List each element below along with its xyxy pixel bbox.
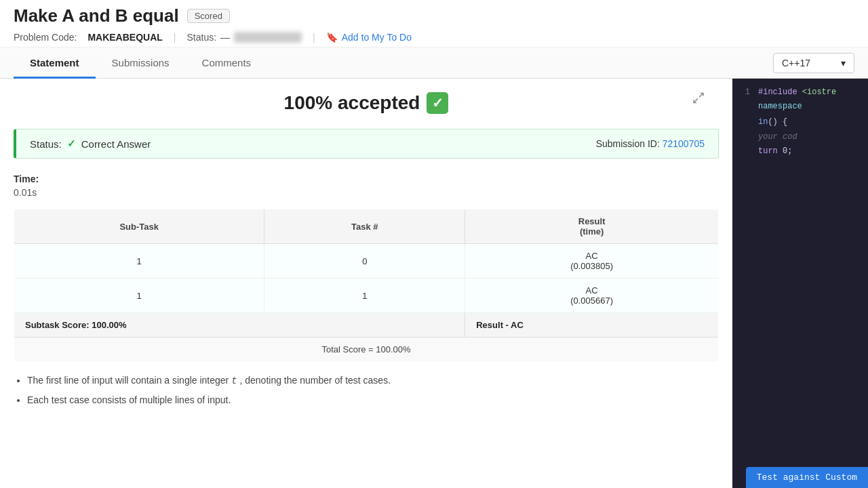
code-editor[interactable]: 1 #include <iostre namespace in() {	[732, 79, 868, 165]
accepted-banner: 100% accepted ✓	[14, 79, 719, 121]
accepted-text: 100% accepted	[284, 92, 420, 114]
separator2: |	[313, 32, 315, 43]
bullet-section: The first line of input will contain a s…	[14, 362, 719, 408]
meta-row: Problem Code: MAKEABEQUAL | Status: — | …	[14, 32, 854, 43]
footer-row: Subtask Score: 100.00% Result - AC	[14, 313, 719, 338]
expand-icon[interactable]	[692, 92, 705, 108]
total-row: Total Score = 100.00%	[14, 338, 719, 362]
status-value: Correct Answer	[81, 138, 151, 150]
subtask-score: Subtask Score: 100.00%	[14, 313, 465, 338]
cell-task-1: 1	[264, 279, 465, 313]
title-row: Make A and B equal Scored	[14, 5, 854, 26]
cell-subtask-2: 1	[14, 279, 264, 313]
total-score: Total Score = 100.00%	[14, 338, 719, 362]
code-content: in() {	[758, 116, 787, 129]
language-value: C++17	[782, 58, 810, 68]
status-blurred-value	[234, 32, 302, 43]
check-green-icon: ✓	[67, 138, 76, 150]
cell-subtask-1: 1	[14, 244, 264, 279]
status-label-box: Status:	[30, 138, 62, 150]
results-table: Sub-Task Task # Result(time) 1 0 AC (0.0…	[14, 209, 719, 362]
cell-task-0: 0	[264, 244, 465, 279]
line-number	[739, 116, 750, 129]
svg-line-0	[699, 94, 703, 98]
tab-submissions[interactable]: Submissions	[96, 47, 186, 79]
code-line-2: namespace	[732, 100, 868, 114]
code-line-1: 1 #include <iostre	[732, 85, 868, 100]
add-todo-link[interactable]: 🔖 Add to My To Do	[326, 32, 412, 43]
time-label: Time:	[14, 174, 719, 184]
time-value: 0.01s	[14, 187, 719, 198]
top-bar: Make A and B equal Scored Problem Code: …	[0, 0, 868, 47]
code-content: #include <iostre	[758, 86, 836, 99]
status-left: Status: ✓ Correct Answer	[30, 138, 151, 150]
status-label-text: Status: —	[186, 32, 302, 43]
submission-id-section: Submission ID: 72100705	[596, 138, 705, 149]
code-content: turn 0;	[758, 145, 792, 158]
cell-result-1: AC (0.005667)	[465, 279, 719, 313]
submission-id-link[interactable]: 72100705	[663, 138, 705, 149]
code-line-5: your cod	[732, 130, 868, 144]
problem-code-label: Problem Code:	[14, 32, 77, 43]
main-content: 100% accepted ✓ Status: ✓ Correct Answer…	[0, 79, 868, 488]
separator: |	[174, 32, 176, 43]
list-item: Each test case consists of multiple line…	[27, 392, 719, 407]
list-item: The first line of input will contain a s…	[27, 373, 719, 388]
status-box: Status: ✓ Correct Answer Submission ID: …	[14, 129, 719, 159]
svg-line-1	[694, 99, 698, 103]
language-dropdown[interactable]: C++17 ▾	[773, 53, 854, 73]
time-section: Time: 0.01s	[14, 167, 719, 209]
tabs-row: Statement Submissions Comments C++17 ▾	[0, 47, 868, 79]
result-ac: Result - AC	[465, 313, 719, 338]
line-number	[739, 100, 750, 113]
test-custom-button[interactable]: Test against Custom	[746, 467, 868, 488]
submission-id-label: Submission ID:	[596, 138, 660, 149]
scored-badge: Scored	[187, 9, 230, 23]
col-result: Result(time)	[465, 209, 719, 244]
language-selector[interactable]: C++17 ▾	[773, 53, 854, 73]
left-panel: 100% accepted ✓ Status: ✓ Correct Answer…	[0, 79, 732, 488]
code-line-6: turn 0;	[732, 144, 868, 159]
check-emoji: ✓	[427, 92, 448, 114]
code-editor-panel: 1 #include <iostre namespace in() {	[732, 79, 868, 488]
problem-code: MAKEABEQUAL	[87, 32, 162, 43]
chevron-down-icon: ▾	[841, 58, 846, 68]
tab-comments[interactable]: Comments	[186, 47, 268, 79]
line-number: 1	[739, 86, 750, 99]
code-content: namespace	[758, 100, 802, 113]
page-title: Make A and B equal	[14, 5, 179, 26]
line-number	[739, 145, 750, 158]
table-row: 1 1 AC (0.005667)	[14, 279, 719, 313]
col-task: Task #	[264, 209, 465, 244]
bookmark-icon: 🔖	[326, 32, 338, 43]
code-content: your cod	[758, 131, 797, 144]
code-line-4: in() {	[732, 115, 868, 129]
table-row: 1 0 AC (0.003805)	[14, 244, 719, 279]
line-number	[739, 131, 750, 144]
tab-statement[interactable]: Statement	[14, 47, 96, 79]
cell-result-0: AC (0.003805)	[465, 244, 719, 279]
col-subtask: Sub-Task	[14, 209, 264, 244]
bullet-list: The first line of input will contain a s…	[14, 373, 719, 408]
